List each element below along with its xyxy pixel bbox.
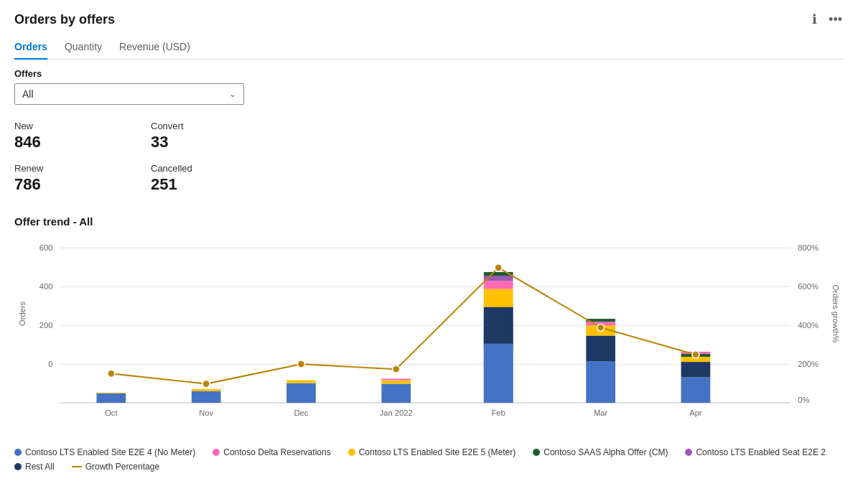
legend-label-seat: Contoso LTS Enabled Seat E2E 2 <box>696 447 826 457</box>
bar-dec-e2e5 <box>286 381 316 383</box>
page-header: Orders by offers ℹ ••• <box>14 11 844 27</box>
chart-title: Offer trend - All <box>14 215 844 228</box>
legend-growth: Growth Percentage <box>72 462 159 472</box>
svg-text:200: 200 <box>39 321 53 330</box>
growth-dot-jan <box>393 365 400 373</box>
bar-mar-e2e4 <box>586 361 615 403</box>
metric-cancelled-value: 251 <box>151 175 287 194</box>
growth-dot-dec <box>297 360 304 368</box>
bar-nov-e2e5 <box>192 389 221 391</box>
legend-saas: Contoso SAAS Alpha Offer (CM) <box>533 447 668 457</box>
svg-text:Mar: Mar <box>594 409 608 417</box>
bar-feb-e2e5 <box>484 289 513 307</box>
bar-oct-e2e5 <box>97 393 126 393</box>
metric-renew-label: Renew <box>14 163 151 174</box>
bar-jan-e2e4 <box>381 384 411 403</box>
metric-convert-label: Convert <box>151 121 287 131</box>
bar-dec-e2e4 <box>286 383 316 403</box>
svg-text:600: 600 <box>39 243 53 252</box>
legend-label-delta: Contoso Delta Reservations <box>223 447 330 457</box>
legend-label-restall: Rest All <box>25 462 55 472</box>
metric-new-label: New <box>14 121 151 131</box>
legend-dot-saas <box>533 449 540 456</box>
bar-mar-restall <box>586 335 615 361</box>
bar-oct-e2e4 <box>97 393 126 403</box>
growth-dot-apr <box>692 351 699 358</box>
metric-convert: Convert 33 <box>151 116 287 159</box>
svg-text:600%: 600% <box>798 282 819 291</box>
tab-orders[interactable]: Orders <box>14 37 47 60</box>
svg-text:Orders growth%: Orders growth% <box>831 285 840 343</box>
metric-new-value: 846 <box>14 133 151 151</box>
chevron-down-icon: ⌄ <box>229 89 236 99</box>
bar-nov-e2e4 <box>192 391 221 403</box>
svg-text:Jan 2022: Jan 2022 <box>380 409 413 417</box>
svg-text:Feb: Feb <box>492 409 505 417</box>
svg-text:Dec: Dec <box>294 409 308 417</box>
svg-text:Nov: Nov <box>199 409 213 417</box>
chart-area: 600 400 200 0 800% 600% 400% 200% 0% Ord… <box>14 233 844 442</box>
legend-dot-restall <box>14 463 22 470</box>
svg-text:0: 0 <box>48 360 52 368</box>
legend-e2e4: Contoso LTS Enabled Site E2E 4 (No Meter… <box>14 447 195 457</box>
metric-convert-value: 33 <box>151 133 287 151</box>
growth-dot-feb <box>495 264 502 271</box>
bar-feb-restall <box>484 307 513 344</box>
legend-e2e5: Contoso LTS Enabled Site E2E 5 (Meter) <box>348 447 516 457</box>
growth-dot-oct <box>108 370 115 377</box>
info-icon[interactable]: ℹ <box>811 11 819 27</box>
legend-dot-seat <box>685 449 692 456</box>
svg-text:Apr: Apr <box>689 409 702 417</box>
tab-bar: Orders Quantity Revenue (USD) <box>14 36 844 60</box>
bar-apr-restall <box>681 362 711 377</box>
page-title: Orders by offers <box>14 12 115 27</box>
bar-feb-e2e4-final <box>484 344 513 403</box>
legend-dot-e2e4 <box>14 449 22 456</box>
metric-renew-value: 786 <box>14 175 151 194</box>
legend-dot-delta <box>213 449 220 456</box>
chart-section: Offer trend - All 600 400 200 0 800% 600… <box>14 215 844 472</box>
legend-label-saas: Contoso SAAS Alpha Offer (CM) <box>544 447 668 457</box>
legend-line-growth <box>72 466 82 467</box>
header-actions: ℹ ••• <box>811 11 844 27</box>
legend-delta: Contoso Delta Reservations <box>213 447 330 457</box>
svg-text:400: 400 <box>39 282 53 291</box>
svg-text:Oct: Oct <box>105 409 118 417</box>
metric-cancelled-label: Cancelled <box>151 163 287 174</box>
bar-feb-delta <box>484 281 513 289</box>
svg-text:400%: 400% <box>798 321 819 330</box>
metrics-grid: New 846 Convert 33 Renew 786 Cancelled 2… <box>14 116 287 201</box>
bar-jan-e2e5 <box>381 381 411 384</box>
legend-restall: Rest All <box>14 462 55 472</box>
offers-label: Offers <box>14 68 844 79</box>
legend-label-growth: Growth Percentage <box>85 462 159 472</box>
chart-legend: Contoso LTS Enabled Site E2E 4 (No Meter… <box>14 447 844 472</box>
more-options-icon[interactable]: ••• <box>827 11 844 27</box>
bar-apr-e2e4 <box>681 377 711 403</box>
growth-dot-nov <box>202 381 210 388</box>
metric-renew: Renew 786 <box>14 159 151 201</box>
legend-dot-e2e5 <box>348 449 355 456</box>
tab-revenue[interactable]: Revenue (USD) <box>119 37 190 60</box>
dropdown-value: All <box>22 88 34 100</box>
legend-label-e2e4: Contoso LTS Enabled Site E2E 4 (No Meter… <box>25 447 195 457</box>
bar-jan-delta <box>381 378 411 380</box>
metric-new: New 846 <box>14 116 151 159</box>
legend-seat: Contoso LTS Enabled Seat E2E 2 <box>685 447 826 457</box>
svg-text:200%: 200% <box>798 360 819 368</box>
metric-cancelled: Cancelled 251 <box>151 159 287 201</box>
svg-text:Orders: Orders <box>18 301 27 326</box>
growth-dot-mar <box>597 324 605 331</box>
tab-quantity[interactable]: Quantity <box>65 37 102 60</box>
legend-label-e2e5: Contoso LTS Enabled Site E2E 5 (Meter) <box>359 447 516 457</box>
chart-svg: 600 400 200 0 800% 600% 400% 200% 0% Ord… <box>14 233 844 442</box>
svg-text:800%: 800% <box>798 243 819 252</box>
svg-text:0%: 0% <box>798 396 809 404</box>
offers-dropdown[interactable]: All ⌄ <box>14 83 244 105</box>
